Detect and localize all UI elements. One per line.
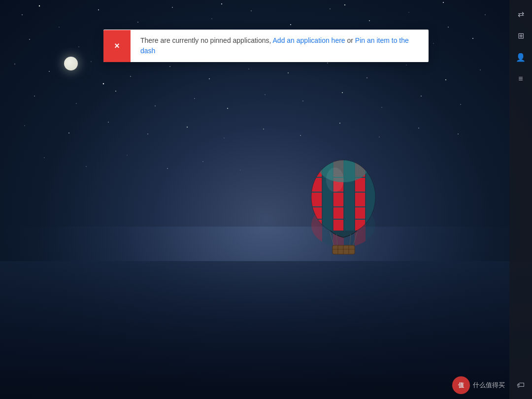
svg-point-66 <box>202 161 203 162</box>
svg-point-49 <box>460 104 461 104</box>
svg-point-31 <box>248 68 249 69</box>
svg-point-3 <box>137 22 138 22</box>
svg-point-38 <box>34 96 35 97</box>
svg-point-51 <box>68 133 69 133</box>
svg-point-89 <box>326 167 344 192</box>
svg-point-24 <box>472 38 473 39</box>
svg-point-72 <box>103 83 104 85</box>
svg-point-47 <box>381 107 382 107</box>
svg-point-0 <box>22 14 23 15</box>
notification-static-text: There are currently no pinned applicatio… <box>140 36 271 44</box>
svg-point-4 <box>172 7 173 8</box>
svg-point-70 <box>344 4 345 5</box>
svg-point-44 <box>265 94 265 95</box>
svg-point-68 <box>39 5 40 6</box>
svg-point-6 <box>251 10 252 11</box>
svg-point-14 <box>78 46 79 47</box>
notification-close-button[interactable]: × <box>103 30 131 62</box>
svg-point-54 <box>187 127 188 128</box>
notification-or: or <box>347 36 353 44</box>
moon <box>64 57 78 70</box>
svg-point-60 <box>418 128 419 129</box>
sidebar-item-grid[interactable]: ⊞ <box>511 26 531 45</box>
svg-point-46 <box>342 92 343 93</box>
svg-point-35 <box>406 65 406 65</box>
svg-point-39 <box>76 103 76 103</box>
svg-point-63 <box>86 166 87 167</box>
svg-point-48 <box>421 96 422 97</box>
notification-message: There are currently no pinned applicatio… <box>131 30 429 62</box>
svg-point-36 <box>445 79 446 80</box>
svg-point-56 <box>263 129 264 130</box>
svg-point-32 <box>288 72 289 73</box>
sidebar-item-user[interactable]: 👤 <box>511 47 531 67</box>
svg-point-42 <box>194 98 195 99</box>
grid-icon: ⊞ <box>518 31 524 40</box>
svg-point-34 <box>366 77 367 78</box>
svg-point-12 <box>485 14 485 15</box>
svg-point-71 <box>443 2 444 3</box>
svg-point-7 <box>290 24 291 25</box>
watermark-site-name: 什么值得买 <box>473 381 505 390</box>
svg-point-29 <box>169 66 170 66</box>
svg-point-43 <box>227 108 228 109</box>
svg-point-55 <box>224 137 224 138</box>
sidebar-item-tag[interactable]: 🏷 <box>511 375 531 395</box>
svg-point-5 <box>211 18 212 19</box>
svg-point-13 <box>29 39 30 40</box>
close-icon: × <box>114 41 120 50</box>
switch-icon: ⇄ <box>518 9 524 19</box>
svg-point-28 <box>130 76 131 77</box>
menu-icon: ≡ <box>518 74 523 83</box>
watermark: 值 什么值得买 <box>452 376 505 394</box>
svg-point-37 <box>480 69 480 70</box>
svg-point-45 <box>302 100 303 101</box>
svg-point-25 <box>14 64 15 64</box>
user-icon: 👤 <box>516 53 526 62</box>
add-application-link[interactable]: Add an application here <box>273 36 345 44</box>
tag-icon: 🏷 <box>517 381 525 390</box>
sidebar-item-menu[interactable]: ≡ <box>511 69 531 89</box>
svg-point-53 <box>147 133 148 134</box>
svg-point-2 <box>98 9 99 10</box>
svg-point-27 <box>91 61 91 62</box>
notification-banner: × There are currently no pinned applicat… <box>103 30 429 62</box>
svg-point-52 <box>108 122 108 122</box>
svg-point-10 <box>408 12 409 12</box>
svg-line-94 <box>350 234 351 245</box>
svg-point-67 <box>240 169 240 170</box>
sidebar-item-switch[interactable]: ⇄ <box>511 4 531 24</box>
svg-point-62 <box>44 157 44 158</box>
svg-point-40 <box>115 91 116 92</box>
svg-point-30 <box>209 78 210 79</box>
svg-point-11 <box>448 27 449 28</box>
svg-point-8 <box>330 8 330 9</box>
svg-point-69 <box>221 3 222 4</box>
watermark-logo: 值 <box>452 376 470 394</box>
svg-point-26 <box>49 71 50 72</box>
svg-line-92 <box>353 233 357 245</box>
svg-point-50 <box>24 125 25 126</box>
svg-point-64 <box>127 155 127 155</box>
svg-point-41 <box>155 105 155 106</box>
svg-point-59 <box>379 136 379 137</box>
svg-point-65 <box>167 168 168 169</box>
svg-point-57 <box>300 135 300 135</box>
svg-line-91 <box>330 233 334 245</box>
svg-point-61 <box>458 133 458 134</box>
svg-point-9 <box>369 20 370 21</box>
svg-point-58 <box>339 123 340 124</box>
svg-point-23 <box>433 43 433 43</box>
right-sidebar: ⇄ ⊞ 👤 ≡ 🏷 <box>509 0 532 399</box>
svg-point-33 <box>327 63 328 63</box>
svg-point-1 <box>59 27 59 27</box>
hot-air-balloon <box>305 158 382 258</box>
